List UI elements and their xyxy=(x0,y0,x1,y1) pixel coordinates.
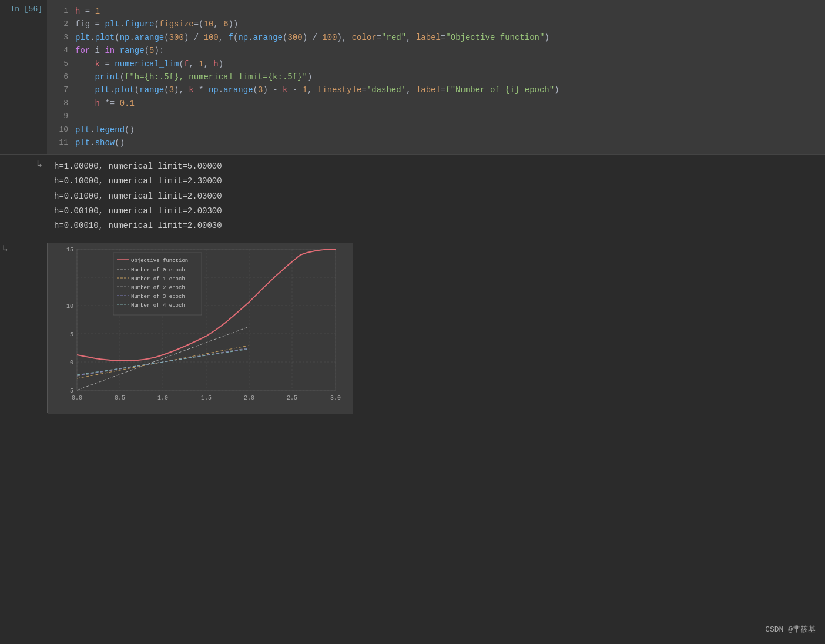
code-line-10: 10 plt.legend() xyxy=(54,123,818,136)
code-line-6: 6 print(f"h={h:.5f}, numerical limit={k:… xyxy=(54,71,818,83)
plot-svg: 15 10 5 0 -5 0.0 0.5 1.0 1.5 2.0 2.5 3.0 xyxy=(48,243,353,414)
svg-text:Number of 1 epoch: Number of 1 epoch xyxy=(131,276,185,282)
line-code-6: print(f"h={h:.5f}, numerical limit={k:.5… xyxy=(75,71,818,83)
line-num-7: 7 xyxy=(54,83,68,96)
cell-label: In [56] xyxy=(0,0,47,154)
output-line-1: h=1.00000, numerical limit=5.00000 xyxy=(54,159,818,174)
line-code-7: plt.plot(range(3), k * np.arange(3) - k … xyxy=(75,83,818,96)
line-code-4: for i in range(5): xyxy=(75,44,818,57)
svg-text:0.5: 0.5 xyxy=(115,395,125,401)
plot-area: 15 10 5 0 -5 0.0 0.5 1.0 1.5 2.0 2.5 3.0 xyxy=(47,238,825,425)
code-line-11: 11 plt.show() xyxy=(54,136,818,149)
line-num-1: 1 xyxy=(54,5,68,18)
line-num-3: 3 xyxy=(54,31,68,44)
line-num-8: 8 xyxy=(54,97,68,110)
line-code-1: h = 1 xyxy=(75,5,818,18)
code-area[interactable]: 1 h = 1 2 fig = plt.figure(figsize=(10, … xyxy=(47,0,825,154)
line-code-5: k = numerical_lim(f, 1, h) xyxy=(75,58,818,71)
plot-container: ↳ xyxy=(0,238,825,425)
svg-text:10: 10 xyxy=(66,303,73,310)
svg-text:2.5: 2.5 xyxy=(287,395,297,401)
svg-text:-5: -5 xyxy=(66,388,73,394)
plot-arrow-label: ↳ xyxy=(0,238,47,425)
svg-text:Number of 2 epoch: Number of 2 epoch xyxy=(131,285,185,291)
svg-text:1.5: 1.5 xyxy=(201,395,212,401)
svg-text:15: 15 xyxy=(66,247,73,253)
line-code-10: plt.legend() xyxy=(75,123,818,136)
line-code-8: h *= 0.1 xyxy=(75,97,818,110)
output-text-content: h=1.00000, numerical limit=5.00000 h=0.1… xyxy=(47,155,825,238)
svg-text:Number of 0 epoch: Number of 0 epoch xyxy=(131,267,185,273)
line-num-11: 11 xyxy=(54,136,68,149)
svg-text:Number of 3 epoch: Number of 3 epoch xyxy=(131,294,185,300)
output-line-5: h=0.00010, numerical limit=2.00030 xyxy=(54,219,818,233)
output-line-2: h=0.10000, numerical limit=2.30000 xyxy=(54,174,818,189)
svg-text:5: 5 xyxy=(70,331,73,338)
line-num-9: 9 xyxy=(54,110,68,123)
output-line-4: h=0.00100, numerical limit=2.00300 xyxy=(54,204,818,219)
output-cell-text: ↳ h=1.00000, numerical limit=5.00000 h=0… xyxy=(0,154,825,238)
svg-text:3.0: 3.0 xyxy=(330,395,341,401)
code-line-5: 5 k = numerical_lim(f, 1, h) xyxy=(54,58,818,71)
line-code-11: plt.show() xyxy=(75,136,818,149)
code-line-9: 9 xyxy=(54,110,818,123)
code-line-2: 2 fig = plt.figure(figsize=(10, 6)) xyxy=(54,18,818,31)
line-num-6: 6 xyxy=(54,71,68,83)
svg-text:0: 0 xyxy=(70,360,73,366)
line-num-5: 5 xyxy=(54,58,68,71)
plot-svg-wrapper: 15 10 5 0 -5 0.0 0.5 1.0 1.5 2.0 2.5 3.0 xyxy=(47,243,353,413)
svg-text:Number of 4 epoch: Number of 4 epoch xyxy=(131,303,185,308)
code-line-4: 4 for i in range(5): xyxy=(54,44,818,57)
output-line-3: h=0.01000, numerical limit=2.03000 xyxy=(54,189,818,204)
svg-text:Objective function: Objective function xyxy=(131,258,188,264)
svg-text:1.0: 1.0 xyxy=(157,395,168,401)
line-num-2: 2 xyxy=(54,18,68,31)
watermark: CSDN @芈筱基 xyxy=(765,624,816,635)
code-line-8: 8 h *= 0.1 xyxy=(54,97,818,110)
code-line-7: 7 plt.plot(range(3), k * np.arange(3) - … xyxy=(54,83,818,96)
line-code-2: fig = plt.figure(figsize=(10, 6)) xyxy=(75,18,818,31)
line-code-9 xyxy=(75,110,818,123)
code-cell-56: In [56] 1 h = 1 2 fig = plt.figure(figsi… xyxy=(0,0,825,154)
line-num-10: 10 xyxy=(54,123,68,136)
output-arrow-label: ↳ xyxy=(0,155,47,238)
line-code-3: plt.plot(np.arange(300) / 100, f(np.aran… xyxy=(75,31,818,44)
svg-text:2.0: 2.0 xyxy=(244,395,254,401)
notebook: In [56] 1 h = 1 2 fig = plt.figure(figsi… xyxy=(0,0,825,425)
code-line-3: 3 plt.plot(np.arange(300) / 100, f(np.ar… xyxy=(54,31,818,44)
svg-text:0.0: 0.0 xyxy=(72,395,82,401)
code-line-1: 1 h = 1 xyxy=(54,5,818,18)
line-num-4: 4 xyxy=(54,44,68,57)
